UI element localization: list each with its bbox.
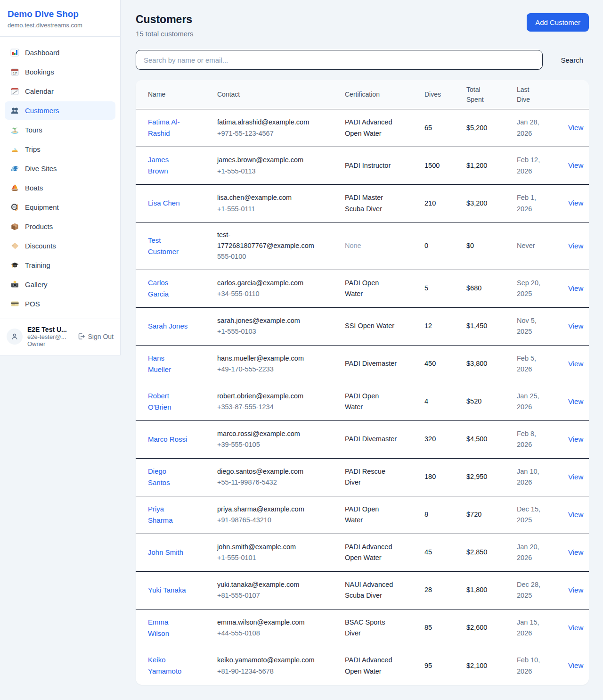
tag-icon (10, 241, 19, 250)
sidebar-item-products[interactable]: Products (5, 217, 115, 236)
view-customer-link[interactable]: View (568, 511, 583, 519)
view-customer-link[interactable]: View (568, 199, 583, 207)
customer-view-cell: View (568, 240, 585, 252)
customer-name-link[interactable]: Marco Rossi (148, 434, 187, 445)
customer-contact-cell: sarah.jones@example.com +1-555-0103 (217, 315, 345, 337)
customer-name-link[interactable]: Yuki Tanaka (148, 585, 186, 596)
customer-name-link[interactable]: Carlos Garcia (148, 277, 189, 300)
speedboat-icon (10, 145, 19, 154)
customer-view-cell: View (568, 396, 585, 407)
sidebar-item-label: Trips (25, 145, 41, 153)
customer-dives-cell: 65 (424, 123, 466, 133)
view-customer-link[interactable]: View (568, 161, 583, 169)
customer-name-cell: Hans Mueller (148, 353, 217, 375)
table-row: Diego Santos diego.santos@example.com +5… (136, 459, 589, 496)
customer-contact-cell: yuki.tanaka@example.com +81-555-0107 (217, 579, 345, 601)
customer-dives-cell: 12 (424, 321, 466, 331)
customer-name-cell: James Brown (148, 154, 217, 177)
sidebar-item-discounts[interactable]: Discounts (5, 237, 115, 255)
customer-name-link[interactable]: Test Customer (148, 235, 189, 257)
sidebar-item-label: Tours (25, 126, 42, 134)
customer-name-link[interactable]: Fatima Al-Rashid (148, 116, 189, 139)
customer-view-cell: View (568, 547, 585, 558)
sidebar-item-pos[interactable]: POS (5, 295, 115, 313)
customer-view-cell: View (568, 321, 585, 332)
customer-certification-cell: PADI Instructor (345, 160, 424, 171)
view-customer-link[interactable]: View (568, 360, 583, 368)
view-customer-link[interactable]: View (568, 473, 583, 481)
sign-out-label: Sign Out (88, 333, 114, 340)
customer-contact-cell: james.brown@example.com +1-555-0113 (217, 155, 345, 176)
sign-out-button[interactable]: Sign Out (77, 332, 114, 340)
shop-domain: demo.test.divestreams.com (8, 22, 113, 29)
customer-last-dive-cell: Sep 20, 2025 (517, 278, 568, 299)
sidebar-item-gallery[interactable]: Gallery (5, 275, 115, 294)
view-customer-link[interactable]: View (568, 661, 583, 669)
sidebar-item-trips[interactable]: Trips (5, 140, 115, 158)
customer-certification-cell: PADI Advanced Open Water (345, 655, 424, 676)
customer-view-cell: View (568, 471, 585, 483)
customer-name-link[interactable]: Sarah Jones (148, 321, 187, 332)
sidebar-item-calendar[interactable]: Calendar (5, 82, 115, 100)
view-customer-link[interactable]: View (568, 397, 583, 405)
customer-name-link[interactable]: Hans Mueller (148, 353, 189, 375)
customer-contact-cell: emma.wilson@example.com +44-555-0108 (217, 617, 345, 639)
view-customer-link[interactable]: View (568, 124, 583, 132)
add-customer-button[interactable]: Add Customer (527, 13, 589, 32)
customer-certification-cell: PADI Master Scuba Diver (345, 192, 424, 214)
customer-name-link[interactable]: Emma Wilson (148, 617, 189, 639)
svg-text:17: 17 (13, 71, 16, 75)
view-customer-link[interactable]: View (568, 586, 583, 594)
customer-email: keiko.yamamoto@example.com (217, 655, 315, 666)
main-content: Customers 15 total customers Add Custome… (121, 0, 603, 696)
view-customer-link[interactable]: View (568, 435, 583, 443)
sidebar-item-training[interactable]: Training (5, 256, 115, 274)
customer-phone: +91-98765-43210 (217, 516, 271, 524)
sidebar-item-equipment[interactable]: Equipment (5, 198, 115, 216)
view-customer-link[interactable]: View (568, 322, 583, 330)
table-row: Keiko Yamamoto keiko.yamamoto@example.co… (136, 647, 589, 685)
search-button[interactable]: Search (555, 52, 589, 68)
view-customer-link[interactable]: View (568, 624, 583, 632)
customer-name-cell: Emma Wilson (148, 617, 217, 639)
search-input[interactable] (136, 50, 543, 70)
customer-email: sarah.jones@example.com (217, 315, 315, 326)
view-customer-link[interactable]: View (568, 548, 583, 556)
customer-name-link[interactable]: Priya Sharma (148, 503, 189, 526)
sidebar-item-tours[interactable]: Tours (5, 121, 115, 139)
customer-name-link[interactable]: James Brown (148, 154, 189, 177)
sidebar-item-label: Dashboard (25, 49, 59, 57)
table-row: James Brown james.brown@example.com +1-5… (136, 147, 589, 185)
customer-phone: +39-555-0105 (217, 441, 260, 448)
customer-email: emma.wilson@example.com (217, 617, 315, 628)
sidebar-item-label: Training (25, 261, 50, 269)
customer-name-link[interactable]: Lisa Chen (148, 198, 180, 209)
sidebar-item-dive-sites[interactable]: Dive Sites (5, 159, 115, 178)
customer-name-link[interactable]: Keiko Yamamoto (148, 654, 189, 677)
customer-last-dive-cell: Jan 25, 2026 (517, 391, 568, 412)
customer-contact-cell: hans.mueller@example.com +49-170-555-223… (217, 353, 345, 375)
table-row: Carlos Garcia carlos.garcia@example.com … (136, 270, 589, 308)
view-customer-link[interactable]: View (568, 284, 583, 292)
customer-phone: +49-170-555-2233 (217, 365, 274, 373)
sidebar-item-bookings[interactable]: 17Bookings (5, 63, 115, 81)
customer-last-dive-cell: Feb 8, 2026 (517, 428, 568, 450)
customer-name-link[interactable]: Robert O'Brien (148, 390, 189, 413)
customer-dives-cell: 0 (424, 240, 466, 251)
sidebar-item-customers[interactable]: Customers (5, 101, 115, 120)
customer-phone: +1-555-0113 (217, 167, 256, 175)
customer-name-link[interactable]: Diego Santos (148, 466, 189, 488)
customer-email: diego.santos@example.com (217, 466, 315, 477)
sidebar-item-dashboard[interactable]: Dashboard (5, 43, 115, 62)
sailboat-icon (10, 183, 19, 192)
customer-certification-cell: PADI Divemaster (345, 434, 424, 445)
customer-name-link[interactable]: John Smith (148, 547, 183, 558)
customer-name-cell: Sarah Jones (148, 321, 217, 332)
customer-certification-cell: PADI Open Water (345, 278, 424, 299)
sidebar-item-boats[interactable]: Boats (5, 179, 115, 197)
customer-email: yuki.tanaka@example.com (217, 579, 315, 590)
view-customer-link[interactable]: View (568, 242, 583, 250)
customer-name-cell: Marco Rossi (148, 434, 217, 445)
customer-dives-cell: 28 (424, 585, 466, 595)
shop-name: Demo Dive Shop (8, 8, 113, 20)
